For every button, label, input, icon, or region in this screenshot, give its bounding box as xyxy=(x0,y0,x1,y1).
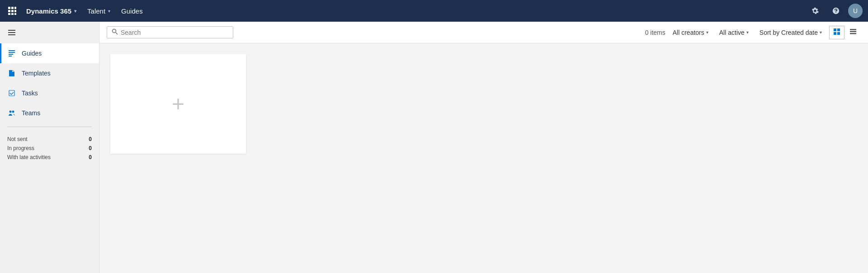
svg-rect-28 xyxy=(850,31,856,32)
stat-late: With late activities 0 xyxy=(7,154,92,160)
sidebar-collapse-button[interactable] xyxy=(0,22,99,43)
sidebar: Guides Templates Tasks xyxy=(0,22,99,273)
svg-rect-9 xyxy=(8,30,15,31)
search-input[interactable] xyxy=(121,29,228,36)
main-layout: Guides Templates Tasks xyxy=(0,22,868,273)
sidebar-item-teams[interactable]: Teams xyxy=(0,103,99,123)
svg-rect-2 xyxy=(14,7,16,9)
sort-by-button[interactable]: Sort by Created date ▾ xyxy=(756,27,826,38)
add-guide-icon: + xyxy=(172,93,184,115)
search-box[interactable] xyxy=(107,26,233,38)
creators-filter-label: All creators xyxy=(673,29,704,36)
svg-rect-8 xyxy=(14,13,16,15)
svg-rect-7 xyxy=(11,13,14,15)
grid-menu-icon[interactable] xyxy=(5,4,19,18)
stat-in-progress-label: In progress xyxy=(7,145,34,151)
stat-late-label: With late activities xyxy=(7,154,51,160)
add-guide-card[interactable]: + xyxy=(110,54,246,154)
help-button[interactable] xyxy=(827,4,844,18)
templates-label: Templates xyxy=(22,70,51,77)
guides-content-area: + xyxy=(99,43,868,273)
stat-late-count: 0 xyxy=(89,154,92,160)
svg-point-19 xyxy=(9,111,12,113)
guides-icon xyxy=(7,49,16,58)
stat-not-sent-label: Not sent xyxy=(7,136,28,142)
sort-chevron-icon: ▾ xyxy=(820,30,822,35)
brand-chevron-icon: ▾ xyxy=(74,9,76,14)
status-chevron-icon: ▾ xyxy=(746,30,749,35)
avatar-initials: U xyxy=(853,7,858,14)
svg-rect-25 xyxy=(834,32,836,35)
svg-rect-11 xyxy=(8,34,15,35)
svg-rect-29 xyxy=(850,33,856,34)
svg-rect-1 xyxy=(11,7,14,9)
tasks-icon xyxy=(7,89,16,98)
list-view-button[interactable] xyxy=(845,26,861,39)
content-toolbar: 0 items All creators ▾ All active ▾ Sort… xyxy=(99,22,868,43)
svg-rect-10 xyxy=(8,32,15,33)
stat-in-progress: In progress 0 xyxy=(7,145,92,151)
svg-rect-18 xyxy=(9,90,14,96)
templates-icon xyxy=(7,69,16,78)
svg-rect-12 xyxy=(9,50,15,51)
search-icon xyxy=(112,28,118,36)
app-chevron-icon: ▾ xyxy=(108,9,110,14)
svg-rect-17 xyxy=(10,75,13,75)
svg-point-20 xyxy=(12,111,14,113)
svg-rect-3 xyxy=(8,10,10,12)
svg-line-22 xyxy=(116,33,118,34)
svg-rect-5 xyxy=(14,10,16,12)
svg-rect-6 xyxy=(8,13,10,15)
svg-rect-23 xyxy=(834,28,836,31)
app-switcher[interactable]: Talent ▾ xyxy=(84,7,114,15)
brand-label: Dynamics 365 xyxy=(26,7,71,15)
teams-label: Teams xyxy=(22,109,40,117)
teams-icon xyxy=(7,108,16,118)
creators-chevron-icon: ▾ xyxy=(706,30,708,35)
user-avatar[interactable]: U xyxy=(848,4,863,18)
stat-in-progress-count: 0 xyxy=(89,145,92,151)
settings-button[interactable] xyxy=(807,4,824,18)
stat-not-sent-count: 0 xyxy=(89,136,92,142)
sort-label: Sort by Created date xyxy=(760,29,818,36)
svg-point-21 xyxy=(113,29,116,33)
svg-rect-0 xyxy=(8,7,10,9)
tasks-label: Tasks xyxy=(22,89,38,97)
svg-rect-27 xyxy=(850,29,856,30)
sidebar-item-tasks[interactable]: Tasks xyxy=(0,83,99,103)
svg-rect-13 xyxy=(9,52,15,53)
app-label: Talent xyxy=(87,7,105,15)
status-filter[interactable]: All active ▾ xyxy=(716,27,752,38)
guides-label: Guides xyxy=(22,50,42,57)
svg-rect-14 xyxy=(9,54,13,55)
top-navbar: Dynamics 365 ▾ Talent ▾ Guides U xyxy=(0,0,868,22)
main-content: 0 items All creators ▾ All active ▾ Sort… xyxy=(99,22,868,273)
brand-name[interactable]: Dynamics 365 ▾ xyxy=(23,7,80,15)
svg-rect-15 xyxy=(9,56,12,56)
status-filter-label: All active xyxy=(719,29,745,36)
creators-filter[interactable]: All creators ▾ xyxy=(669,27,712,38)
svg-rect-24 xyxy=(837,28,840,31)
svg-rect-16 xyxy=(10,73,14,74)
stat-not-sent: Not sent 0 xyxy=(7,136,92,142)
svg-rect-26 xyxy=(837,32,840,35)
grid-view-button[interactable] xyxy=(829,26,844,39)
module-label[interactable]: Guides xyxy=(118,7,146,15)
svg-rect-4 xyxy=(11,10,14,12)
items-count: 0 items xyxy=(645,29,665,36)
sidebar-stats: Not sent 0 In progress 0 With late activ… xyxy=(0,131,99,166)
sidebar-divider xyxy=(7,127,92,127)
sidebar-item-templates[interactable]: Templates xyxy=(0,63,99,83)
sidebar-item-guides[interactable]: Guides xyxy=(0,43,99,63)
view-toggle xyxy=(829,26,861,39)
